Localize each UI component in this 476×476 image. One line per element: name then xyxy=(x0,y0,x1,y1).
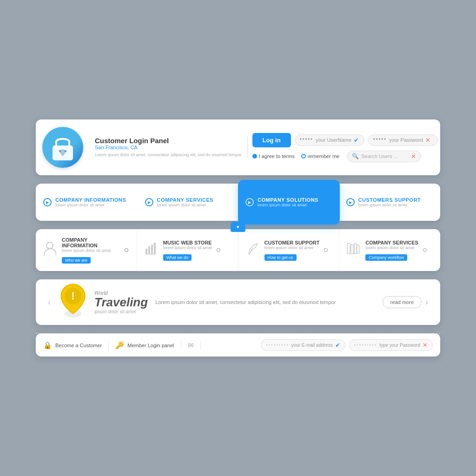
footer-panel: 🔒 Become a Customer 🔑 Member Login panel… xyxy=(36,333,440,357)
section-3-badge[interactable]: How to get us xyxy=(264,254,297,261)
agree-radio[interactable] xyxy=(252,154,257,159)
become-customer-item[interactable]: 🔒 Become a Customer xyxy=(43,341,109,350)
email-placeholder: your E-mail address xyxy=(291,343,333,348)
login-button[interactable]: Log in xyxy=(252,133,291,147)
section-1-badge[interactable]: Who we are xyxy=(62,257,91,264)
travel-description: Lorem ipsum dolor sit amet, consectetur … xyxy=(148,298,383,306)
section-3-title: CUSTOMER SUPPORT xyxy=(264,240,320,245)
travel-text-area: World Traveling ipsum dolor sit amet xyxy=(94,290,148,314)
travel-main-label: Traveling xyxy=(94,296,148,309)
svg-point-6 xyxy=(46,242,53,249)
footer-pass-close-icon[interactable]: ✕ xyxy=(423,342,428,349)
logo-area xyxy=(36,124,89,171)
tab-play-icon-4: ▶ xyxy=(346,198,355,206)
tab-play-icon-3: ▶ xyxy=(245,198,254,206)
tab-title-4: CUSTOMERS SUPPORT xyxy=(358,197,421,203)
username-placeholder: your UserName xyxy=(316,137,351,143)
email-field[interactable]: ********* your E-mail address ✔ xyxy=(261,339,345,351)
next-arrow[interactable]: › xyxy=(422,298,432,307)
section-2-title: MUSIC WEB STORE xyxy=(163,240,212,245)
section-company-services: COMPANY SERVICES lorem ipsum dolor sit a… xyxy=(339,229,440,271)
lock-logo-icon xyxy=(50,133,75,161)
read-more-button[interactable]: read more xyxy=(383,296,422,308)
tab-play-icon-1: ▶ xyxy=(43,198,52,206)
section-3-content: CUSTOMER SUPPORT lorem ipsum dolor sit a… xyxy=(264,240,320,261)
svg-rect-9 xyxy=(151,245,153,255)
footer-pass-placeholder: type your Password xyxy=(379,343,420,348)
tab-text-2: COMPANY SERVICES lorem ipsum dolor sit a… xyxy=(157,197,214,207)
tab-text-4: CUSTOMERS SUPPORT lorem ipsum dolor sit … xyxy=(358,197,421,207)
section-1-radio[interactable] xyxy=(125,248,128,252)
tab-company-informations[interactable]: ▶ COMPANY INFORMATIONS lorem ipsum dolor… xyxy=(36,184,138,221)
travel-sub-label: ipsum dolor sit amet xyxy=(94,309,148,314)
checkbox-row: I agree to terms remember me xyxy=(252,153,340,159)
password-close-icon[interactable]: ✕ xyxy=(425,137,430,144)
section-2-sub: lorem ipsum dolor sit amet xyxy=(163,245,212,250)
mail-item[interactable]: ✉ xyxy=(181,341,201,350)
key-footer-icon: 🔑 xyxy=(115,341,124,350)
svg-point-3 xyxy=(59,150,61,152)
company-desc: Lorem ipsum dolor sit amet, consectetur … xyxy=(95,152,242,158)
feather-icon xyxy=(245,242,260,258)
tab-play-icon-2: ▶ xyxy=(145,198,153,206)
username-field[interactable]: ***** your UserName ✔ xyxy=(295,134,364,146)
agree-terms-item[interactable]: I agree to terms xyxy=(252,153,295,159)
section-4-content: COMPANY SERVICES lorem ipsum dolor sit a… xyxy=(365,240,418,261)
section-customer-support: CUSTOMER SUPPORT lorem ipsum dolor sit a… xyxy=(238,229,340,271)
password-placeholder: your Password xyxy=(389,137,423,143)
section-2-radio[interactable] xyxy=(217,248,220,252)
remember-radio[interactable] xyxy=(301,154,306,159)
books-icon xyxy=(346,243,361,258)
section-3-radio[interactable] xyxy=(324,248,328,252)
section-3-sub: lorem ipsum dolor sit amet xyxy=(264,245,320,250)
section-1-title: COMPANY INFORMATION xyxy=(62,237,120,248)
tab-customers-support[interactable]: ▶ CUSTOMERS SUPPORT lorem ipsum dolor si… xyxy=(339,184,441,221)
search-clear-icon[interactable]: ✕ xyxy=(411,153,416,160)
password-field[interactable]: ***** your Password ✕ xyxy=(368,134,438,146)
section-2-badge[interactable]: What we do xyxy=(163,254,192,261)
lock-footer-icon: 🔒 xyxy=(43,341,52,350)
tab-title-3: COMPANY SOLUTIONS xyxy=(258,197,318,203)
section-4-sub: lorem ipsum dolor sit amet xyxy=(365,245,418,250)
tab-sub-2: lorem ipsum dolor sit amet xyxy=(157,203,214,207)
tab-company-services[interactable]: ▶ COMPANY SERVICES lorem ipsum dolor sit… xyxy=(138,184,239,221)
email-check-icon: ✔ xyxy=(335,342,340,349)
section-1-content: COMPANY INFORMATION lorem ipsum dolor si… xyxy=(62,237,120,264)
search-placeholder: Search Users ... xyxy=(361,153,398,159)
agree-label: I agree to terms xyxy=(259,153,295,159)
tab-sub-1: lorem ipsum dolor sit amet xyxy=(55,203,126,207)
svg-rect-8 xyxy=(148,246,150,255)
company-info: Customer Login Panel San Francisco, CA L… xyxy=(89,137,248,158)
section-company-information: COMPANY INFORMATION lorem ipsum dolor si… xyxy=(36,229,137,271)
member-login-label: Member Login panel xyxy=(127,343,174,348)
svg-text:!: ! xyxy=(71,290,74,302)
footer-inputs: ********* your E-mail address ✔ ********… xyxy=(261,339,433,351)
email-dots: ********* xyxy=(266,343,289,348)
travel-icon-area: ! xyxy=(54,286,92,318)
section-4-title: COMPANY SERVICES xyxy=(365,240,418,245)
footer-row: 🔒 Become a Customer 🔑 Member Login panel… xyxy=(36,333,440,357)
section-4-radio[interactable] xyxy=(423,248,427,252)
footer-pass-dots: ********* xyxy=(354,343,377,348)
bars-icon xyxy=(144,242,159,258)
login-actions: Log in ***** your UserName ✔ ***** your … xyxy=(248,130,443,165)
tab-company-solutions[interactable]: ▶ COMPANY SOLUTIONS lorem ipsum dolor si… xyxy=(238,180,340,225)
section-4-badge[interactable]: Company workflow xyxy=(365,254,407,261)
password-dots: ***** xyxy=(373,138,387,143)
svg-point-4 xyxy=(64,150,66,152)
search-users-box[interactable]: 🔍 Search Users ... ✕ xyxy=(347,151,421,162)
svg-rect-7 xyxy=(145,249,147,255)
svg-rect-10 xyxy=(154,243,156,255)
tab-text-1: COMPANY INFORMATIONS lorem ipsum dolor s… xyxy=(55,197,126,207)
company-title: Customer Login Panel xyxy=(95,137,242,145)
tab-sub-3: lorem ipsum dolor sit amet xyxy=(258,203,318,207)
tab-title-1: COMPANY INFORMATIONS xyxy=(55,197,126,203)
prev-arrow[interactable]: ‹ xyxy=(44,298,54,307)
member-login-item[interactable]: 🔑 Member Login panel xyxy=(109,341,181,350)
tab-title-2: COMPANY SERVICES xyxy=(157,197,214,203)
footer-password-field[interactable]: ********* type your Password ✕ xyxy=(349,339,433,351)
info-panel: ▾ COMPANY INFORMATION lorem ipsum dolor … xyxy=(36,229,440,271)
remember-me-item[interactable]: remember me xyxy=(301,153,339,159)
logo-circle xyxy=(42,127,83,168)
dropdown-arrow[interactable]: ▾ xyxy=(231,222,245,232)
